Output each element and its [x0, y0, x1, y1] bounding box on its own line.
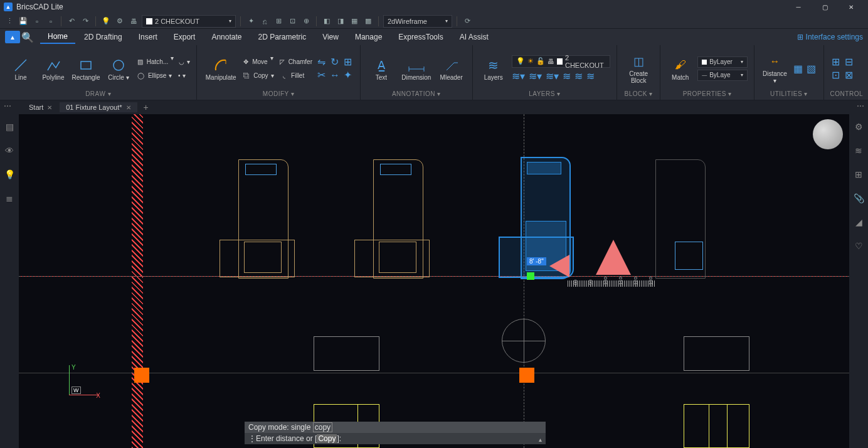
tab-export[interactable]: Export	[166, 31, 203, 43]
current-layer-dropdown[interactable]: 💡 ☀ 🔓 🖶 2 CHECKOUT	[512, 55, 610, 68]
text-button[interactable]: A̲Text	[367, 56, 396, 81]
hatch-icon: ▨	[137, 57, 144, 66]
color-dropdown[interactable]: ByLayer▾	[697, 56, 748, 68]
qat-layer-dropdown[interactable]: 2 CHECKOUT ▾	[142, 15, 236, 28]
gear-icon[interactable]: ⚙	[114, 16, 125, 27]
layers-icon[interactable]: ≋	[852, 144, 865, 157]
expand-command-icon[interactable]: ▴	[539, 436, 542, 443]
grid-icon[interactable]: ⊞	[852, 168, 865, 181]
tool-icon[interactable]: ✦	[245, 16, 257, 27]
tab-view[interactable]: View	[315, 31, 346, 43]
circle-button[interactable]: Circle ▾	[104, 56, 133, 81]
open-icon[interactable]: ▫	[45, 16, 56, 27]
close-button[interactable]: ✕	[838, 0, 864, 14]
cube-icon[interactable]: ▩	[363, 16, 374, 27]
bulb-icon[interactable]: 💡	[100, 16, 112, 27]
linetype-dropdown[interactable]: —ByLaye▾	[697, 70, 748, 81]
maximize-button[interactable]: ▢	[812, 0, 838, 14]
minimize-button[interactable]: ─	[785, 0, 812, 14]
interface-settings-button[interactable]: ⊞ Interface settings	[797, 33, 863, 41]
tab-document[interactable]: 01 Fixture Layout*✕	[60, 102, 137, 112]
balloon-icon[interactable]: ♡	[852, 240, 865, 252]
structure-icon[interactable]: ≣	[3, 192, 16, 205]
arc-icon[interactable]: ◡	[179, 58, 184, 65]
mirror-icon[interactable]: ⇋	[316, 56, 327, 68]
create-block-button[interactable]: ◫Create Block	[623, 53, 654, 84]
search-icon[interactable]: 🔍	[21, 31, 39, 43]
util-icon[interactable]: ▦	[793, 63, 804, 74]
tool-icon[interactable]: ⊞	[273, 16, 284, 27]
control-icon[interactable]: ⊠	[844, 70, 855, 81]
copy-button[interactable]: ⿻Copy ▾ ◟Fillet	[242, 70, 304, 81]
mleader-button[interactable]: Mleader	[437, 56, 466, 81]
array-icon[interactable]: ⊞	[342, 56, 354, 68]
control-icon[interactable]: ⊞	[830, 56, 842, 68]
tab-annotate[interactable]: Annotate	[204, 31, 249, 43]
tool-icon[interactable]: ⊕	[300, 16, 312, 27]
visual-style-dropdown[interactable]: 2dWireframe ▾	[383, 15, 452, 28]
layer-tool-icon[interactable]: ≋▾	[529, 70, 542, 82]
layers-button[interactable]: ≋Layers	[479, 56, 508, 81]
dimension-button[interactable]: Dimension	[400, 56, 433, 81]
tab-ai-assist[interactable]: AI Assist	[452, 31, 496, 43]
undo-icon[interactable]: ↶	[66, 16, 77, 27]
layer-tool-icon[interactable]: ≋	[563, 70, 571, 82]
line-button[interactable]: Line	[6, 56, 35, 81]
layer-tool-icon[interactable]: ≋	[586, 70, 595, 82]
distance-button[interactable]: ↔Distance ▾	[761, 53, 788, 84]
manipulate-button[interactable]: Manipulate	[203, 56, 238, 81]
tab-2d-parametric[interactable]: 2D Parametric	[250, 31, 314, 43]
util-icon[interactable]: ▧	[806, 63, 817, 74]
tab-insert[interactable]: Insert	[131, 31, 165, 43]
polyline-button[interactable]: Polyline	[39, 56, 68, 81]
app-menu-button[interactable]: ▲	[5, 31, 20, 43]
trim-icon[interactable]: ✂	[316, 70, 327, 81]
ellipse-button[interactable]: ◯Ellipse ▾ • ▾	[137, 70, 186, 81]
tool-icon[interactable]: ⊡	[287, 16, 298, 27]
layer-tool-icon[interactable]: ≋▾	[512, 70, 525, 82]
print-icon[interactable]: 🖶	[128, 16, 139, 27]
save-icon[interactable]: 💾	[18, 16, 29, 27]
new-icon[interactable]: ▫	[31, 16, 43, 27]
settings-icon[interactable]: ⚙	[852, 120, 865, 133]
cube-icon[interactable]: ▦	[349, 16, 360, 27]
command-line[interactable]: Copy mode: single copy ⋮Enter distance o…	[245, 422, 546, 444]
extend-icon[interactable]: ↔	[329, 70, 341, 81]
tool-icon[interactable]: ⎌	[259, 16, 270, 27]
chevron-down-icon: ▾	[445, 18, 448, 24]
visibility-icon[interactable]: 👁	[3, 144, 16, 157]
tab-manage[interactable]: Manage	[347, 31, 389, 43]
rotate-icon[interactable]: ↻	[329, 56, 341, 68]
drawing-canvas[interactable]: 8' -8" -80 -90 -100 -110 -120 -130	[19, 114, 849, 448]
tab-2d-drafting[interactable]: 2D Drafting	[77, 31, 130, 43]
move-button[interactable]: ✥Move ▾ ◸Chamfer	[242, 56, 312, 67]
layer-tool-icon[interactable]: ≋	[574, 70, 583, 82]
tabs-menu-icon[interactable]: ⋯	[857, 102, 864, 110]
refresh-icon[interactable]: ⟳	[462, 16, 473, 27]
match-button[interactable]: 🖌Match	[667, 56, 694, 81]
command-input[interactable]: ⋮Enter distance or [Copy]:	[245, 433, 546, 444]
tab-start[interactable]: Start✕	[23, 102, 58, 112]
control-icon[interactable]: ⊟	[844, 56, 855, 68]
close-icon[interactable]: ✕	[126, 104, 131, 111]
bulb-icon[interactable]: 💡	[3, 168, 16, 181]
control-icon[interactable]: ⊡	[830, 70, 842, 81]
tab-expresstools[interactable]: ExpressTools	[391, 31, 450, 43]
cube-icon[interactable]: ◨	[335, 16, 346, 27]
close-icon[interactable]: ✕	[47, 104, 52, 111]
eraser-icon[interactable]: ◢	[852, 216, 865, 228]
explode-icon[interactable]: ✦	[342, 70, 354, 81]
lookfrom-widget[interactable]	[813, 119, 843, 149]
rectangle-button[interactable]: Rectangle	[71, 56, 100, 81]
palette-icon[interactable]: ▤	[3, 120, 16, 133]
redo-icon[interactable]: ↷	[80, 16, 91, 27]
tabs-menu-icon[interactable]: ⋯	[4, 102, 11, 110]
add-tab-button[interactable]: +	[139, 102, 154, 112]
attach-icon[interactable]: 📎	[852, 192, 865, 205]
layer-tool-icon[interactable]: ≋▾	[546, 70, 559, 82]
point-icon[interactable]: •	[178, 72, 181, 79]
yellow-box	[709, 404, 728, 448]
cube-icon[interactable]: ◧	[321, 16, 332, 27]
hatch-button[interactable]: ▨Hatch... ▾ ◡ ▾	[137, 56, 190, 67]
tab-home[interactable]: Home	[40, 30, 75, 44]
